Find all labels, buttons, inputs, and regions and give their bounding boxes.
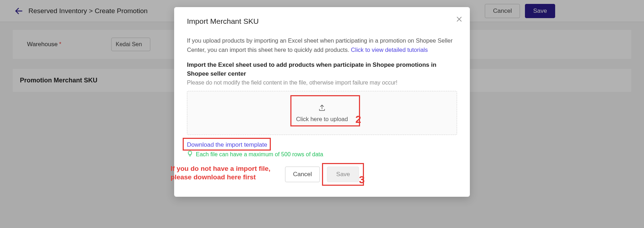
download-template-link[interactable]: Download the import template [187,141,267,148]
modal-note: Please do not modify the field content i… [187,80,457,86]
upload-inner: Click here to upload [288,100,356,126]
view-tutorial-link[interactable]: Click to view detailed tutorials [351,47,428,53]
upload-text: Click here to upload [296,116,348,123]
hint-text: Each file can have a maximum of 500 rows… [196,151,323,158]
modal-save-button[interactable]: Save [327,167,359,182]
modal-overlay[interactable]: Import Merchant SKU If you upload produc… [0,0,644,228]
upload-zone[interactable]: Click here to upload [187,91,457,135]
hint-row: Each file can have a maximum of 500 rows… [187,151,457,158]
upload-icon [318,104,326,113]
modal-cancel-button[interactable]: Cancel [285,167,320,182]
modal-title: Import Merchant SKU [187,17,457,26]
modal-actions: Cancel Save [187,167,457,182]
close-icon[interactable] [456,16,463,24]
modal-subtitle: Import the Excel sheet used to add produ… [187,61,457,78]
import-sku-modal: Import Merchant SKU If you upload produc… [174,7,470,197]
modal-intro: If you upload products by importing an E… [187,36,457,54]
lightbulb-icon [187,151,193,158]
